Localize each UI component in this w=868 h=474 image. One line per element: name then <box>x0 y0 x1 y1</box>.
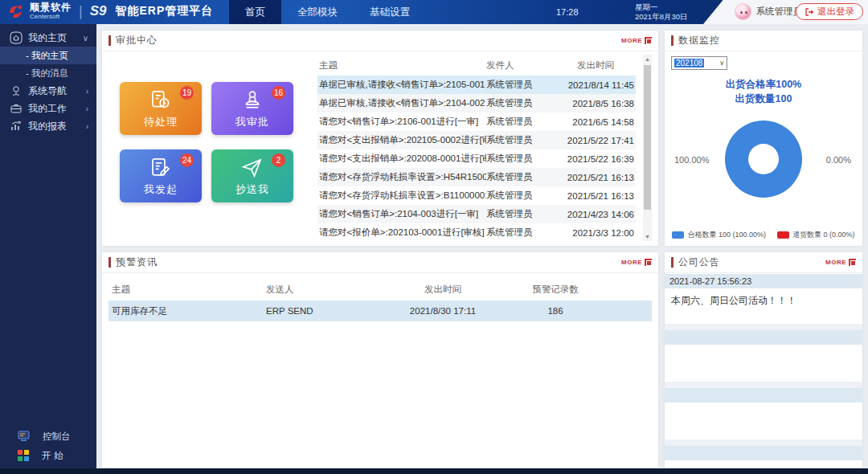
logout-icon <box>805 7 814 17</box>
cell-sender: 系统管理员 <box>486 153 557 165</box>
nav-tab-all-modules[interactable]: 全部模块 <box>281 0 354 24</box>
scroll-down-arrow[interactable]: ▼ <box>643 232 652 241</box>
logo-subtitle: Centersoft <box>30 14 72 20</box>
alerts-header: 预警资讯 MORE <box>102 252 658 273</box>
home-icon <box>10 31 23 44</box>
alerts-title: 预警资讯 <box>116 255 158 269</box>
briefcase-icon <box>10 102 23 115</box>
console-button[interactable]: 控制台 <box>0 427 96 446</box>
scroll-up-arrow[interactable]: ▲ <box>643 55 652 63</box>
logout-button[interactable]: 退出登录 <box>796 3 863 20</box>
table-row[interactable]: 单据已审核,请接收<销售订单>:2104-002 系统管理员 2021/8/5 … <box>317 94 636 112</box>
table-row[interactable]: 单据已审核,请接收<销售订单>:2105-001 系统管理员 2021/8/14… <box>317 76 636 94</box>
tile-label: 抄送我 <box>211 182 293 197</box>
cell-sender: 系统管理员 <box>486 79 557 91</box>
table-row[interactable]: 请您对<支出报销单>:202105-0002进行[审核] 系统管理员 2021/… <box>317 131 636 149</box>
announcement-date: 2021-08-27 15:56:23 <box>665 274 862 288</box>
pending-count-badge: 19 <box>180 86 194 100</box>
more-icon <box>849 259 856 266</box>
nav-tab-home[interactable]: 首页 <box>229 0 281 24</box>
announcement-content <box>665 460 862 468</box>
section-accent-bar <box>108 257 111 268</box>
tile-cc-to-me[interactable]: 2 抄送我 <box>211 149 293 202</box>
col-sender: 发送人 <box>266 284 379 296</box>
data-monitor-header: 数据监控 <box>665 31 862 51</box>
cell-sender: 系统管理员 <box>486 227 557 239</box>
cell-subject: 请您对<存货浮动耗损率设置>:H54R15006002进行[审核] <box>317 171 486 183</box>
legend-returned: 退货数量 0 (0.00%) <box>777 230 855 240</box>
table-row[interactable]: 请您对<销售订单>:2104-003进行[一审] 系统管理员 2021/4/23… <box>317 205 636 223</box>
cell-subject: 请您对<报价单>:202103-0001进行[审核] <box>317 227 486 239</box>
cell-time: 2021/8/14 11:45 <box>557 80 636 90</box>
announcement-item[interactable]: 2021-08-27 15:56:23 本周六、周日公司活动！！！ <box>665 274 862 324</box>
table-scrollbar: ▲ ▼ <box>643 55 652 241</box>
weekday-label: 星期一 <box>635 2 687 12</box>
cell-subject: 单据已审核,请接收<销售订单>:2105-001 <box>317 79 486 91</box>
sidebar-subitem-my-home[interactable]: - 我的主页 <box>0 47 96 64</box>
approval-center-panel: 审批中心 MORE 19 待处理 16 我审批 24 我发起 <box>102 31 658 246</box>
cell-sender: ERP SEND <box>266 306 379 316</box>
legend-qualified: 合格数量 100 (100.00%) <box>672 230 766 240</box>
cell-time: 2021/3/3 12:00 <box>557 228 636 238</box>
more-label: MORE <box>825 259 846 266</box>
table-row[interactable]: 请您对<报价单>:202103-0001进行[审核] 系统管理员 2021/3/… <box>317 223 636 242</box>
approval-center-header: 审批中心 MORE <box>102 31 658 51</box>
sidebar-item-my-work[interactable]: 我的工作 › <box>0 100 96 117</box>
start-label: 开 始 <box>42 450 63 462</box>
user-info: 系统管理员 <box>735 3 803 20</box>
section-accent-bar <box>671 35 674 46</box>
col-sent-time: 发出时间 <box>379 284 507 296</box>
tile-my-approvals[interactable]: 16 我审批 <box>211 82 293 135</box>
approval-table: 主题 发件人 发出时间 单据已审核,请接收<销售订单>:2105-001 系统管… <box>317 55 636 242</box>
chevron-down-icon: ∨ <box>719 59 724 67</box>
cell-subject: 请您对<支出报销单>:202008-0001进行[审核] <box>317 153 486 165</box>
nav-tab-basic-settings[interactable]: 基础设置 <box>354 0 426 24</box>
cell-subject: 请您对<销售订单>:2106-001进行[一审] <box>317 116 486 128</box>
more-label: MORE <box>621 259 642 266</box>
chart-legend: 合格数量 100 (100.00%) 退货数量 0 (0.00%) <box>665 230 862 240</box>
cell-time: 2021/5/21 16:13 <box>557 173 636 182</box>
product-logo: S9 <box>90 3 107 19</box>
chevron-right-icon: › <box>86 87 88 96</box>
my-approvals-count-badge: 16 <box>272 86 285 100</box>
donut-right-label: 0.00% <box>826 155 851 165</box>
tile-pending[interactable]: 19 待处理 <box>120 82 202 135</box>
cell-count: 186 <box>507 306 604 316</box>
col-sent-time: 发出时间 <box>557 59 636 72</box>
table-row[interactable]: 请您对<存货浮动耗损率设置>:H54R15006002进行[审核] 系统管理员 … <box>317 168 636 186</box>
sidebar-subitem-my-messages[interactable]: - 我的消息 <box>0 64 96 82</box>
table-row[interactable]: 请您对<销售订单>:2106-001进行[一审] 系统管理员 2021/6/5 … <box>317 112 636 131</box>
announcements-more-button[interactable]: MORE <box>825 259 856 266</box>
approval-table-header: 主题 发件人 发出时间 <box>317 55 636 76</box>
sidebar-item-my-reports[interactable]: 我的报表 › <box>0 117 96 135</box>
cell-sender: 系统管理员 <box>486 190 557 202</box>
cell-sender: 系统管理员 <box>486 97 557 109</box>
table-row[interactable]: 请您对<存货浮动耗损率设置>:B11000001进行[审核] 系统管理员 202… <box>317 186 636 205</box>
approval-more-button[interactable]: MORE <box>621 37 652 44</box>
alerts-more-button[interactable]: MORE <box>621 259 652 266</box>
announcement-item-empty <box>665 446 862 468</box>
initiated-count-badge: 24 <box>180 153 194 167</box>
chart-headline: 出货合格率100% 出货数量100 <box>665 77 862 106</box>
col-record-count: 预警记录数 <box>507 284 604 296</box>
sidebar-item-label: 系统导航 <box>28 84 67 98</box>
announcement-content: 本周六、周日公司活动！！！ <box>665 288 862 324</box>
clock-time: 17:28 <box>556 7 579 17</box>
announcements-list: 2021-08-27 15:56:23 本周六、周日公司活动！！！ <box>665 274 862 468</box>
more-icon <box>645 37 652 44</box>
map-pin-icon <box>10 84 23 97</box>
section-accent-bar <box>671 257 674 268</box>
logo-divider: | <box>79 3 83 20</box>
tile-initiated-by-me[interactable]: 24 我发起 <box>120 149 202 202</box>
start-button[interactable]: 开 始 <box>0 446 96 465</box>
user-avatar[interactable] <box>735 3 751 20</box>
chevron-right-icon: › <box>86 104 88 113</box>
period-select[interactable]: 202108 ∨ <box>671 56 727 70</box>
table-row[interactable]: 请您对<支出报销单>:202008-0001进行[审核] 系统管理员 2021/… <box>317 149 636 168</box>
scrollbar-thumb[interactable] <box>644 65 651 210</box>
announcements-header: 公司公告 MORE <box>665 252 862 273</box>
sidebar-item-system-nav[interactable]: 系统导航 › <box>0 82 96 100</box>
alert-row[interactable]: 可用库存不足 ERP SEND 2021/8/30 17:11 186 <box>108 300 652 321</box>
sidebar-item-my-home[interactable]: 我的主页 ∨ <box>0 29 96 47</box>
col-subject: 主题 <box>317 59 486 72</box>
